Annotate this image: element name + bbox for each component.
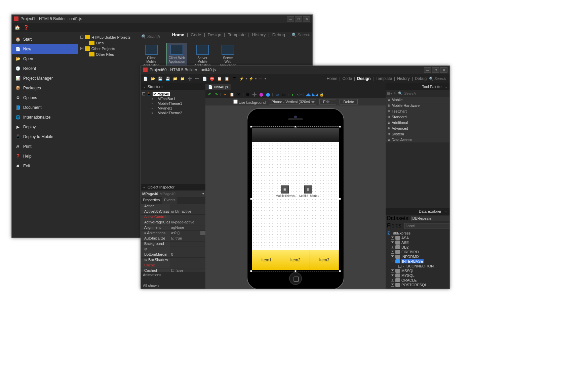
db-node[interactable]: −INTERBASE [387,259,448,264]
sidebar-item-deploy[interactable]: ▶Deploy [12,122,78,132]
run2-icon[interactable]: ⚡ [248,75,254,82]
use-background-checkbox[interactable]: Use background [233,99,266,104]
sidebar-item-start[interactable]: 🏠Start [12,34,78,44]
db-connection-node[interactable]: +▫IBCONNECTION [387,264,448,268]
sidebar-item-help[interactable]: ❓Help [12,151,78,161]
edit-button[interactable]: Edit... [319,99,336,104]
property-value[interactable] [170,215,205,220]
saveall-icon[interactable]: 💾 [164,75,171,82]
tab-item[interactable]: Item1 [252,250,281,270]
property-value[interactable] [170,263,205,268]
palette-category[interactable]: ⊕Data Access [386,137,449,142]
filter-icon[interactable]: ▦▾ [387,91,392,96]
palette-category[interactable]: ⊕Mobile [386,97,449,102]
titlebar[interactable]: Project60 - HTML5 Builder - unit40.js — … [141,66,449,74]
sidebar-item-print[interactable]: 🖨Print [12,141,78,151]
expand-icon[interactable]: ⊕ [388,132,390,136]
tab-item[interactable]: Item2 [281,250,310,270]
nav-code[interactable]: Code [191,32,201,37]
nav-home[interactable]: Home [172,32,184,37]
save-icon[interactable]: 💾 [157,75,164,82]
mobiletheme-object[interactable]: ⊞MobileTheme2 [299,185,317,198]
property-row[interactable]: ActiveControl [141,215,205,220]
expand-icon[interactable]: + [391,284,394,287]
folder-icon[interactable]: 📁 [172,75,179,82]
code-icon[interactable]: ⬥ [290,92,295,97]
sidebar-item-project-manager[interactable]: 📊Project Manager [12,73,78,83]
sidebar-item-packages[interactable]: 📦Packages [12,83,78,93]
collapse-icon[interactable]: − [142,92,145,95]
property-row[interactable]: ⊕ BorderRadius [141,247,205,252]
run-icon[interactable]: ⚡ [238,75,245,82]
expand-icon[interactable]: ⊕ [388,104,390,107]
search-input[interactable]: Search [298,33,310,37]
nav-debug[interactable]: Debug [272,32,285,37]
sidebar-item-open[interactable]: 📂Open [12,54,78,63]
plus-icon[interactable]: ➕ [252,92,257,97]
undo-icon[interactable]: ↩ [257,75,264,82]
db-node[interactable]: +MYSQL [387,273,448,278]
tree-node[interactable]: ▫MToolBar1 [142,96,204,101]
property-row[interactable]: ActivePageClassui-page-active [141,220,205,225]
db-node[interactable]: +DB2 [387,245,448,250]
db-node[interactable]: +MSSQL [387,268,448,273]
tabbar[interactable]: Item1 Item2 Item3 [252,250,339,270]
cut-icon[interactable]: ✂ [223,92,228,97]
property-value[interactable]: 0 [170,252,205,258]
expand-icon[interactable]: ⊕ [388,127,390,130]
stop-icon[interactable]: ⛔ [209,75,215,82]
property-row[interactable]: AlignmentagNone [141,225,205,231]
paste-icon[interactable]: 📋 [224,75,230,82]
form2-icon[interactable]: ▭ [281,92,286,97]
property-value[interactable]: agNone [170,225,205,231]
device-select[interactable]: iPhone - Vertical (320x480) [269,99,316,104]
tree-node[interactable]: 🗄dbExpress [387,231,448,236]
property-value[interactable]: a:0:{} … [170,231,205,236]
gallery-item[interactable]: Client Web Application [166,43,187,69]
expand-icon[interactable]: ⊕ [388,98,390,101]
tree-node[interactable]: −HTML5 Builder Projects [80,34,137,40]
property-row[interactable]: Action [141,204,205,209]
tab-events[interactable]: Events [162,197,178,204]
property-row[interactable]: Cache [141,263,205,268]
db-node[interactable]: +ASE [387,240,448,245]
expand-icon[interactable]: + [391,274,394,277]
sidebar-item-document[interactable]: 📘Document [12,102,78,112]
property-row[interactable]: Cached☐ false [141,268,205,272]
file-tab[interactable]: 📄unit40.js [205,84,231,90]
lock-icon[interactable]: 🔒 [319,92,324,97]
sidebar-item-deploy-to-mobile[interactable]: 📱Deploy to Mobile [12,132,78,141]
nav-history[interactable]: History [397,76,409,81]
align-icon[interactable]: ▦ [245,92,250,97]
property-value[interactable]: ui-btn-active [170,209,205,215]
db-node[interactable]: +POSTGRESQL [387,283,448,287]
nav-design[interactable]: Design [357,76,370,81]
delete-button[interactable]: Delete [340,99,358,104]
collapse-icon[interactable]: − [80,36,83,39]
expand-icon[interactable]: + [391,241,394,244]
close-button[interactable]: ✕ [440,67,447,73]
object-inspector-header[interactable]: ⌄Object Inspector [141,184,205,190]
nav-template[interactable]: Template [228,32,246,37]
tree-node[interactable]: −Other Projects [80,46,137,51]
maximize-button[interactable]: □ [295,16,302,22]
property-value[interactable]: ui-page-active [170,220,205,225]
tree-node[interactable]: ▫MPanel1 [142,106,204,111]
gallery-item[interactable]: Client Mobile Application [141,43,162,69]
add-icon[interactable]: ➕ [187,75,193,82]
collapse-icon[interactable]: − [80,47,83,50]
tree-node[interactable]: ▫MobileTheme2 [142,111,204,115]
nav-code[interactable]: Code [343,76,352,81]
tab-properties[interactable]: Properties [141,197,162,204]
redo-icon[interactable]: ↷ [213,92,219,97]
mobiletheme-object[interactable]: ⊞MobileTheme1 [276,185,294,198]
expand-icon[interactable]: ⊕ [388,115,390,119]
circle-icon[interactable]: ⬤ [259,92,264,97]
expand-icon[interactable]: + [391,246,394,249]
sidebar-item-internationalize[interactable]: 🌐Internationalize [12,112,78,122]
property-value[interactable] [170,258,205,263]
expand-icon[interactable]: + [391,279,394,282]
pointer-icon[interactable]: ↖ [394,91,397,96]
circle2-icon[interactable]: ⬤ [265,92,271,97]
property-row[interactable]: » Animationsa:0:{} … [141,231,205,236]
